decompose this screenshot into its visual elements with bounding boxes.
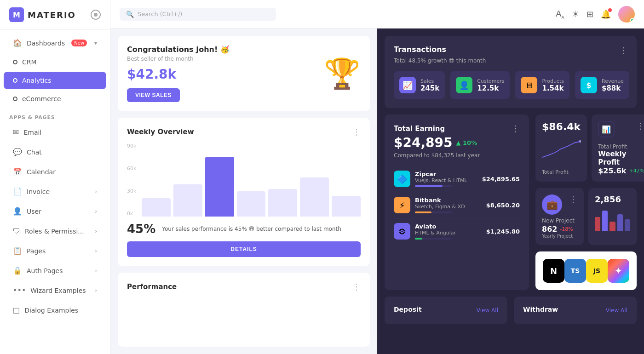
- sidebar-item-auth[interactable]: 🔒 Auth Pages ›: [4, 261, 106, 280]
- circle-icon: [13, 97, 17, 101]
- withdraw-card: Withdraw View All: [514, 297, 637, 324]
- bar-1: [142, 198, 171, 217]
- weekly-bottom: 45% Your sales performance is 45% 😎 bett…: [127, 222, 361, 236]
- translate-icon[interactable]: AA: [556, 9, 564, 20]
- typescript-logo: TS: [564, 259, 586, 283]
- record-dot: [94, 13, 98, 17]
- weekly-title: Weekly Overview: [127, 128, 194, 136]
- earning-aviato: ⚙ Aviato HTML & Angular $1,245.80: [394, 218, 520, 244]
- sidebar-item-roles[interactable]: 🛡 Roles & Permissi... ›: [4, 222, 106, 240]
- congrats-amount: $42.8k: [127, 67, 230, 82]
- sidebar-item-chat[interactable]: 💬 Chat: [4, 143, 106, 161]
- avatar-status: [630, 18, 635, 23]
- chart-icon: 📊: [598, 121, 615, 137]
- details-button[interactable]: DETAILS: [127, 241, 361, 257]
- deposit-view-all[interactable]: View All: [477, 307, 498, 314]
- search-box[interactable]: 🔍 Search (Ctrl+/): [120, 8, 276, 21]
- sidebar-item-label: Invoice: [27, 188, 50, 195]
- sidebar-item-dialog[interactable]: □ Dialog Examples: [4, 301, 106, 320]
- aviato-icon: ⚙: [394, 223, 410, 240]
- stat-sales: 📈 Sales 245k: [394, 71, 445, 99]
- avatar[interactable]: [618, 6, 635, 23]
- earning-bitbank: ⚡ Bitbank Sketch, Figma & XD $8,650.20: [394, 192, 520, 218]
- logo-area: M MATERIO: [0, 0, 110, 30]
- performance-content: [127, 298, 361, 325]
- bitbank-info: Bitbank Sketch, Figma & XD: [415, 197, 465, 213]
- np-bar-4: [617, 214, 623, 231]
- sales-icon: 📈: [399, 77, 416, 93]
- sidebar-item-pages[interactable]: 📋 Pages ›: [4, 241, 106, 260]
- products-icon: 🖥: [521, 77, 537, 93]
- bar-3: [205, 157, 234, 217]
- profit-info: Total Profit Weekly Profit $25.6k +42%: [598, 143, 644, 175]
- lock-icon: 🔒: [13, 266, 22, 275]
- weekly-profit-amount: $25.6k: [598, 166, 626, 175]
- bars-container: [127, 143, 361, 217]
- stat-info: Customers 12.5k: [477, 78, 504, 92]
- y-label-60k: 60k: [127, 166, 136, 171]
- sidebar-item-calendar[interactable]: 📅 Calendar: [4, 162, 106, 181]
- logo-icon: M: [9, 7, 24, 22]
- sidebar-item-crm[interactable]: CRM: [4, 53, 106, 71]
- home-icon: 🏠: [13, 39, 22, 47]
- revenue-icon: $: [581, 77, 597, 93]
- weekly-overview-card: Weekly Overview ⋮ 90k 60k 30k 0k: [118, 118, 370, 266]
- performance-card: Performance ⋮: [118, 273, 370, 347]
- transactions-menu-icon[interactable]: ⋮: [619, 46, 627, 55]
- congrats-title: Congratulations John! 🥳: [127, 45, 230, 54]
- bell-icon[interactable]: 🔔: [601, 9, 611, 19]
- total-earning-card: Total Earning ⋮ $24,895 ▲ 10% Compared t…: [385, 114, 529, 290]
- calendar-icon: 📅: [13, 167, 22, 176]
- tech-logos-card: N TS JS ✦: [535, 251, 637, 290]
- sidebar-item-label: Calendar: [27, 168, 56, 176]
- weekly-menu-icon[interactable]: ⋮: [352, 127, 361, 137]
- brightness-icon[interactable]: ☀: [572, 9, 579, 19]
- sidebar-item-label: Dashboards: [27, 40, 65, 47]
- sidebar-item-analytics[interactable]: Analytics: [4, 72, 106, 89]
- invoice-icon: 📄: [13, 187, 22, 196]
- wizard-icon: •••: [13, 286, 26, 295]
- performance-header: Performance ⋮: [127, 282, 361, 291]
- earning-menu-icon[interactable]: ⋮: [512, 124, 520, 133]
- profit-row: $86.4k Total Profit 📊 ⋮: [535, 114, 637, 182]
- sidebar-num: 2,856: [595, 194, 630, 204]
- sidebar-item-label: Auth Pages: [27, 267, 63, 274]
- zipcar-icon: 🔷: [394, 171, 410, 187]
- view-sales-button[interactable]: VIEW SALES: [127, 88, 180, 102]
- weekly-chart: 90k 60k 30k 0k: [127, 143, 361, 217]
- y-label-30k: 30k: [127, 188, 136, 194]
- sidebar-item-email[interactable]: ✉ Email: [4, 123, 106, 142]
- sidebar-item-dashboards[interactable]: 🏠 Dashboards New ▾: [4, 34, 106, 52]
- figma-logo: ✦: [608, 259, 629, 283]
- zipcar-info: Zipcar Vuejs, React & HTML: [415, 171, 467, 187]
- weekly-profit-label: Weekly Profit: [598, 150, 644, 166]
- sidebar-item-invoice[interactable]: 📄 Invoice ›: [4, 182, 106, 201]
- np-menu-icon[interactable]: ⋮: [569, 194, 577, 204]
- np-chart-card: 2,856: [588, 188, 637, 245]
- transactions-subtitle: Total 48.5% growth 😎 this month: [394, 57, 627, 64]
- y-label-0k: 0k: [127, 211, 136, 217]
- grid-icon[interactable]: ⊞: [586, 9, 593, 19]
- np-bar-3: [610, 222, 615, 231]
- sidebar-item-user[interactable]: 👤 User ›: [4, 202, 106, 221]
- earning-amount: $24,895 ▲ 10%: [394, 135, 520, 150]
- javascript-logo: JS: [586, 259, 608, 283]
- earning-title: Total Earning: [394, 125, 445, 133]
- withdraw-view-all[interactable]: View All: [606, 307, 627, 314]
- chart-y-labels: 90k 60k 30k 0k: [127, 143, 136, 217]
- record-icon[interactable]: [91, 10, 101, 20]
- weekly-header: Weekly Overview ⋮: [127, 127, 361, 137]
- performance-menu-icon[interactable]: ⋮: [352, 282, 361, 291]
- bar-4: [237, 191, 266, 217]
- sidebar-item-wizard[interactable]: ••• Wizard Examples ›: [4, 281, 106, 300]
- sidebar-item-label: Roles & Permissi...: [25, 228, 84, 235]
- sidebar-item-ecommerce[interactable]: eCommerce: [4, 90, 106, 108]
- profit-menu-icon[interactable]: ⋮: [636, 121, 644, 131]
- transactions-title: Transactions: [394, 45, 446, 54]
- np-bar-5: [625, 219, 630, 231]
- total-profit-label: Total Profit: [542, 169, 581, 175]
- congrats-card: Congratulations John! 🥳 Best seller of t…: [118, 36, 370, 111]
- bitbank-progress: [415, 211, 452, 213]
- stat-products: 🖥 Products 1.54k: [515, 71, 569, 99]
- chevron-right-icon: ›: [95, 248, 97, 254]
